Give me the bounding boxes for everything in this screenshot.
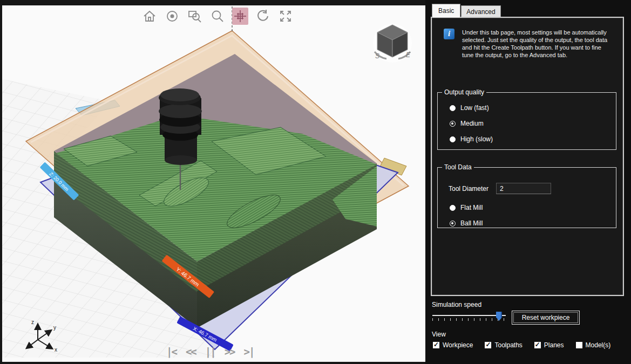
radio-high-slow[interactable]: High (slow) xyxy=(450,135,616,143)
checkbox-label: Model(s) xyxy=(586,341,611,349)
cube-letter-e: E xyxy=(406,51,411,59)
radio-medium[interactable]: Medium xyxy=(450,120,616,127)
basic-tab-page: i Under this tab page, most settings wil… xyxy=(431,17,624,296)
frame-top xyxy=(0,0,425,5)
output-quality-legend: Output quality xyxy=(442,88,486,96)
radio-label: Medium xyxy=(460,120,484,127)
checkbox-box[interactable] xyxy=(534,342,541,348)
info-text: Under this tab page, most settings will … xyxy=(462,29,611,59)
tool-data-group: Tool Data Tool Diameter Flat Mill Ball M… xyxy=(437,163,616,228)
radio-dot[interactable] xyxy=(450,136,456,142)
settings-panel: Basic Advanced i Under this tab page, mo… xyxy=(425,0,631,364)
slider-ticks xyxy=(432,318,506,321)
info-icon: i xyxy=(444,29,454,39)
checkbox-models[interactable]: Model(s) xyxy=(576,341,611,349)
radio-ball-mill[interactable]: Ball Mill xyxy=(450,219,616,227)
skip-start-button[interactable]: |< xyxy=(166,346,177,358)
axis-label-z: z xyxy=(31,319,34,325)
tool-diameter-label: Tool Diameter xyxy=(449,185,496,193)
checkbox-box[interactable] xyxy=(485,342,491,348)
radio-label: Ball Mill xyxy=(460,219,483,227)
zoom-icon[interactable] xyxy=(209,8,226,25)
zoom-window-icon[interactable] xyxy=(187,8,203,25)
checkbox-label: Planes xyxy=(544,341,564,349)
home-icon[interactable] xyxy=(141,8,158,25)
checkbox-planes[interactable]: Planes xyxy=(534,341,564,349)
axis-label-y: y xyxy=(53,325,56,331)
reset-workpiece-button[interactable]: Reset workpiece xyxy=(512,311,580,325)
skip-end-button[interactable]: >| xyxy=(244,346,254,358)
radio-flat-mill[interactable]: Flat Mill xyxy=(450,204,616,211)
view-toolbar xyxy=(141,8,294,25)
radio-dot[interactable] xyxy=(450,221,456,226)
slider-track[interactable] xyxy=(432,315,506,316)
checkbox-box[interactable] xyxy=(576,342,582,348)
info-row: i Under this tab page, most settings wil… xyxy=(444,29,611,59)
simulation-speed-label: Simulation speed xyxy=(432,301,481,308)
checkbox-box[interactable] xyxy=(433,342,439,348)
checkbox-label: Workpiece xyxy=(443,341,473,349)
view-checkboxes: Workpiece Toolpaths Planes Model(s) xyxy=(433,341,610,349)
fast-forward-button[interactable]: >> xyxy=(225,346,235,358)
axis-label-x: x xyxy=(55,347,57,353)
radio-label: Flat Mill xyxy=(460,204,483,211)
radio-dot[interactable] xyxy=(450,121,456,127)
rewind-button[interactable]: << xyxy=(186,346,196,358)
checkbox-label: Toolpaths xyxy=(494,341,522,349)
simulation-speed-slider[interactable] xyxy=(432,313,506,324)
radio-dot[interactable] xyxy=(450,205,456,211)
3d-viewport[interactable]: Z: 20.0 mm Y: 46.7 mm X: 46.7 mm xyxy=(0,0,425,364)
playback-controls: |< << || >> >| xyxy=(166,346,254,358)
radio-low-fast[interactable]: Low (fast) xyxy=(450,104,616,112)
radio-label: High (slow) xyxy=(460,135,493,143)
deskproto-wizard-window: Z: 20.0 mm Y: 46.7 mm X: 46.7 mm xyxy=(0,0,631,364)
simulation-scene[interactable]: Z: 20.0 mm Y: 46.7 mm X: 46.7 mm xyxy=(0,0,425,364)
tab-basic[interactable]: Basic xyxy=(432,4,460,17)
crosshair-icon[interactable] xyxy=(232,8,248,25)
radio-label: Low (fast) xyxy=(460,104,489,112)
view-label: View xyxy=(432,331,446,338)
cube-letter-s: S xyxy=(375,52,379,60)
tab-advanced[interactable]: Advanced xyxy=(461,5,500,17)
orbit-view-icon[interactable] xyxy=(164,8,180,25)
frame-left xyxy=(0,0,2,364)
tool-data-legend: Tool Data xyxy=(442,163,474,171)
rotate-view-icon[interactable] xyxy=(255,8,271,25)
tool-diameter-input[interactable] xyxy=(496,183,551,194)
checkbox-workpiece[interactable]: Workpiece xyxy=(433,341,473,349)
pause-button[interactable]: || xyxy=(205,346,215,358)
fit-view-icon[interactable] xyxy=(277,8,294,25)
tab-bar: Basic Advanced xyxy=(432,4,501,17)
radio-dot[interactable] xyxy=(450,105,456,111)
output-quality-group: Output quality Low (fast) Medium High (s… xyxy=(437,88,616,150)
view-cube[interactable]: S E xyxy=(373,24,412,63)
frame-bottom xyxy=(0,362,425,364)
checkbox-toolpaths[interactable]: Toolpaths xyxy=(485,341,522,349)
